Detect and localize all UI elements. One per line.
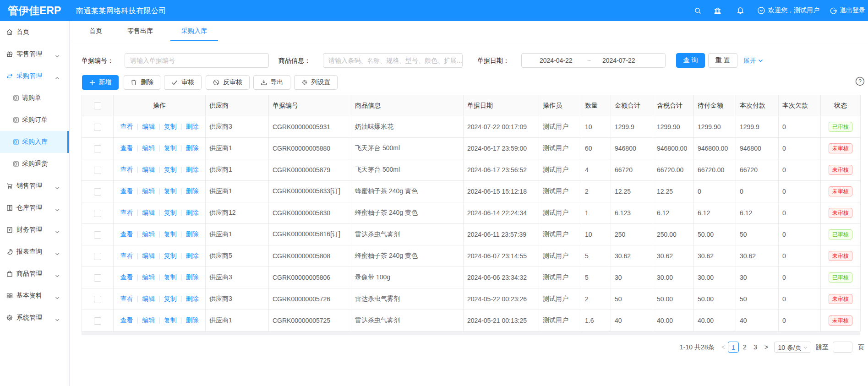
svg-text:?: ? [858, 78, 862, 85]
